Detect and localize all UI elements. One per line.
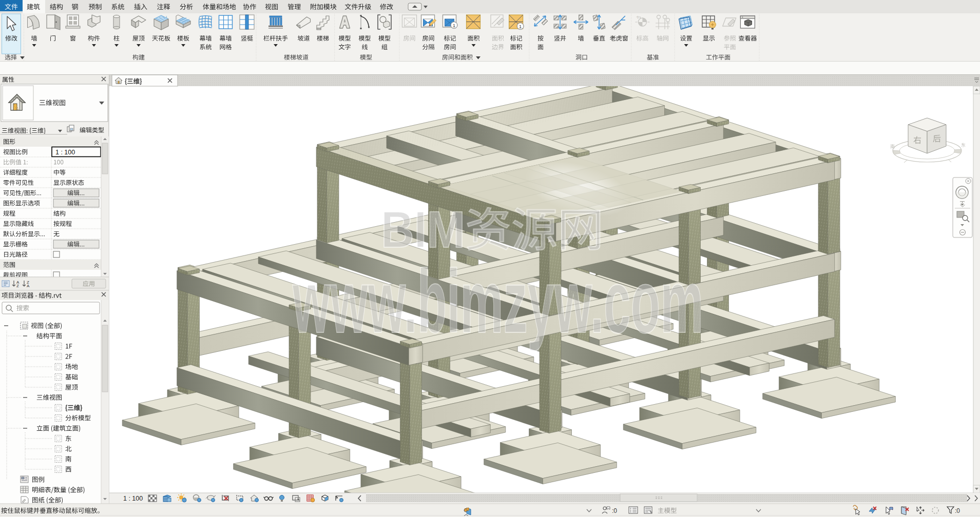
svg-text:BIM: BIM [381,201,465,258]
svg-text::0: :0 [612,507,617,514]
svg-text:1: 1 [637,15,639,19]
svg-text:1: 1 [453,23,455,28]
svg-text::0: :0 [955,507,960,514]
svg-text:www.bimzyw.com: www.bimzyw.com [292,251,703,351]
svg-text:1: 1 [519,24,522,29]
svg-text:1 : 100: 1 : 100 [123,495,143,502]
svg-text:Z: Z [16,284,19,288]
svg-text:1 : 100: 1 : 100 [55,149,75,156]
svg-text:A: A [27,284,30,288]
